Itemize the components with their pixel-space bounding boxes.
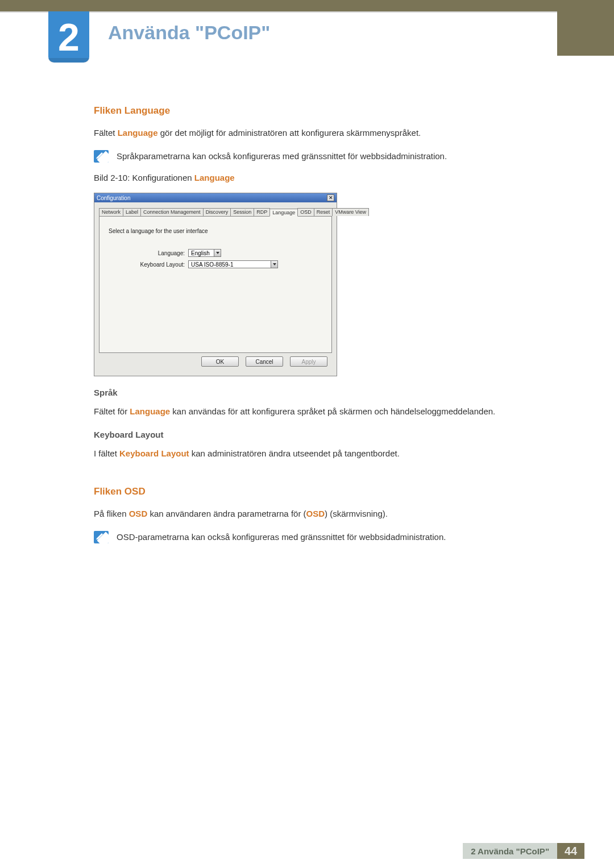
close-icon[interactable]: ✕ bbox=[327, 194, 334, 201]
tab-connection-management[interactable]: Connection Management bbox=[140, 208, 204, 216]
tab-discovery[interactable]: Discovery bbox=[203, 208, 231, 216]
note-icon bbox=[94, 531, 109, 543]
tab-panel: Select a language for the user interface… bbox=[99, 217, 332, 353]
figure-caption: Bild 2-10: Konfigurationen Language bbox=[94, 173, 517, 182]
label-language: Language: bbox=[109, 250, 188, 256]
section-heading-language: Fliken Language bbox=[94, 105, 517, 117]
text: På fliken bbox=[94, 509, 129, 518]
text: gör det möjligt för administratören att … bbox=[158, 128, 421, 138]
sub-heading-keyboard-layout: Keyboard Layout bbox=[94, 430, 517, 439]
paragraph: Fältet för Language kan användas för att… bbox=[94, 405, 517, 418]
footer-chapter-label: 2 Använda "PCoIP" bbox=[463, 843, 557, 859]
chevron-down-icon bbox=[271, 261, 277, 268]
dialog-titlebar: Configuration ✕ bbox=[94, 193, 337, 202]
tabs-row: Network Label Connection Management Disc… bbox=[99, 208, 332, 217]
text: kan administratören ändra utseendet på t… bbox=[189, 448, 400, 458]
top-bar bbox=[0, 0, 614, 11]
footer-page-number: 44 bbox=[557, 843, 584, 859]
form-row-language: Language: English bbox=[109, 249, 322, 257]
chapter-number-badge: 2 bbox=[48, 11, 89, 63]
tab-rdp[interactable]: RDP bbox=[254, 208, 270, 216]
tab-session[interactable]: Session bbox=[230, 208, 254, 216]
paragraph: På fliken OSD kan användaren ändra param… bbox=[94, 508, 517, 521]
note-text: Språkparametrarna kan också konfigureras… bbox=[117, 150, 447, 163]
cancel-button[interactable]: Cancel bbox=[246, 356, 283, 367]
select-value: English bbox=[189, 250, 214, 256]
select-keyboard-layout[interactable]: USA ISO-8859-1 bbox=[188, 260, 278, 268]
chapter-title: Använda "PCoIP" bbox=[108, 22, 270, 44]
configuration-dialog: Configuration ✕ Network Label Connection… bbox=[94, 193, 337, 376]
section-heading-osd: Fliken OSD bbox=[94, 486, 517, 497]
tab-language[interactable]: Language bbox=[269, 209, 298, 217]
tab-osd[interactable]: OSD bbox=[297, 208, 314, 216]
tab-network[interactable]: Network bbox=[99, 208, 123, 216]
emphasis-osd: OSD bbox=[306, 509, 325, 518]
panel-instruction-text: Select a language for the user interface bbox=[109, 228, 322, 234]
text: Fältet bbox=[94, 128, 118, 138]
select-value: USA ISO-8859-1 bbox=[189, 261, 271, 268]
text: I fältet bbox=[94, 448, 119, 458]
dialog-title: Configuration bbox=[97, 195, 130, 201]
tab-vmware-view[interactable]: VMware View bbox=[332, 208, 369, 216]
emphasis-language: Language bbox=[130, 406, 170, 416]
emphasis-language: Language bbox=[194, 173, 235, 182]
paragraph: Fältet Language gör det möjligt för admi… bbox=[94, 127, 517, 140]
label-keyboard-layout: Keyboard Layout: bbox=[109, 261, 188, 268]
top-right-strip bbox=[557, 11, 614, 56]
tab-label[interactable]: Label bbox=[123, 208, 141, 216]
tab-reset[interactable]: Reset bbox=[314, 208, 333, 216]
emphasis-osd: OSD bbox=[129, 509, 148, 518]
emphasis-language: Language bbox=[118, 128, 158, 138]
text: Fältet för bbox=[94, 406, 130, 416]
paragraph: I fältet Keyboard Layout kan administrat… bbox=[94, 447, 517, 460]
text: kan användaren ändra parametrarna för ( bbox=[147, 509, 306, 518]
note-text: OSD-parametrarna kan också konfigureras … bbox=[117, 531, 446, 544]
note-icon bbox=[94, 150, 109, 163]
form-row-keyboard-layout: Keyboard Layout: USA ISO-8859-1 bbox=[109, 260, 322, 268]
note-row: OSD-parametrarna kan också konfigureras … bbox=[94, 531, 517, 544]
apply-button[interactable]: Apply bbox=[290, 356, 327, 367]
dialog-body: Network Label Connection Management Disc… bbox=[94, 202, 337, 376]
content-area: Fliken Language Fältet Language gör det … bbox=[94, 105, 517, 554]
text: Bild 2-10: Konfigurationen bbox=[94, 173, 194, 182]
text: ) (skärmvisning). bbox=[325, 509, 388, 518]
page: 2 Använda "PCoIP" Fliken Language Fältet… bbox=[0, 0, 614, 868]
emphasis-keyboard-layout: Keyboard Layout bbox=[119, 448, 189, 458]
text: kan användas för att konfigurera språket… bbox=[170, 406, 495, 416]
ok-button[interactable]: OK bbox=[201, 356, 239, 367]
select-language[interactable]: English bbox=[188, 249, 221, 257]
footer: 2 Använda "PCoIP" 44 bbox=[0, 841, 614, 868]
sub-heading-sprak: Språk bbox=[94, 388, 517, 397]
dialog-button-row: OK Cancel Apply bbox=[99, 353, 332, 371]
chevron-down-icon bbox=[214, 250, 221, 256]
note-row: Språkparametrarna kan också konfigureras… bbox=[94, 150, 517, 163]
